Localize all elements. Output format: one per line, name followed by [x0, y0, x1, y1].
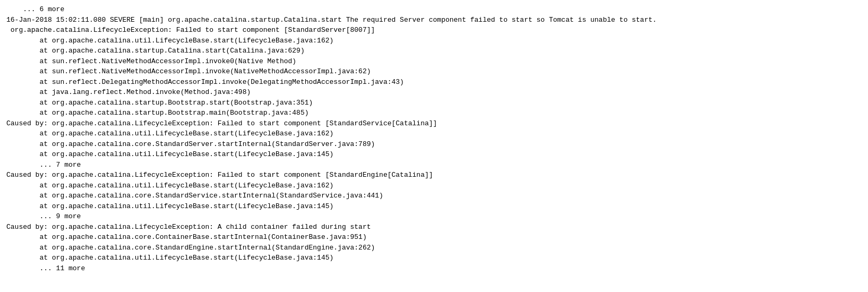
- log-line: at org.apache.catalina.startup.Catalina.…: [6, 46, 862, 56]
- log-line: at org.apache.catalina.util.LifecycleBas…: [6, 36, 862, 46]
- log-line: Caused by: org.apache.catalina.Lifecycle…: [6, 170, 862, 181]
- log-line: ... 11 more: [6, 263, 862, 274]
- log-line: Caused by: org.apache.catalina.Lifecycle…: [6, 118, 862, 129]
- log-line: Caused by: org.apache.catalina.Lifecycle…: [6, 222, 862, 233]
- log-line: at org.apache.catalina.core.StandardEngi…: [6, 243, 862, 253]
- log-line: ... 6 more: [6, 4, 862, 15]
- log-line: at org.apache.catalina.util.LifecycleBas…: [6, 128, 862, 139]
- log-line: at org.apache.catalina.startup.Bootstrap…: [6, 108, 862, 118]
- log-line: at org.apache.catalina.core.StandardServ…: [6, 191, 862, 201]
- log-line: at org.apache.catalina.startup.Bootstrap…: [6, 98, 862, 108]
- log-line: at sun.reflect.NativeMethodAccessorImpl.…: [6, 66, 862, 77]
- log-line: at org.apache.catalina.util.LifecycleBas…: [6, 201, 862, 212]
- log-line: org.apache.catalina.LifecycleException: …: [6, 25, 862, 36]
- log-line: at sun.reflect.NativeMethodAccessorImpl.…: [6, 56, 862, 67]
- log-line: ... 7 more: [6, 160, 862, 170]
- log-line: ... 9 more: [6, 211, 862, 222]
- log-line: 16-Jan-2018 15:02:11.080 SEVERE [main] o…: [6, 15, 862, 25]
- log-line: at org.apache.catalina.util.LifecycleBas…: [6, 149, 862, 160]
- log-line: at org.apache.catalina.util.LifecycleBas…: [6, 253, 862, 263]
- log-line: at java.lang.reflect.Method.invoke(Metho…: [6, 87, 862, 98]
- log-output: ... 6 more16-Jan-2018 15:02:11.080 SEVER…: [6, 4, 862, 273]
- log-line: at sun.reflect.DelegatingMethodAccessorI…: [6, 77, 862, 88]
- log-line: at org.apache.catalina.util.LifecycleBas…: [6, 181, 862, 191]
- log-line: at org.apache.catalina.core.StandardServ…: [6, 139, 862, 150]
- log-line: at org.apache.catalina.core.ContainerBas…: [6, 232, 862, 243]
